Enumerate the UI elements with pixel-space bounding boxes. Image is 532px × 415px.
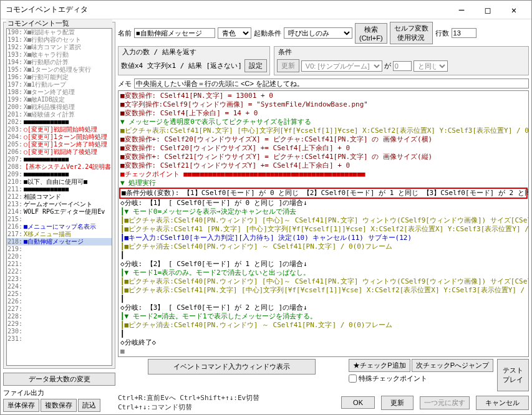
- event-list-row[interactable]: 231:: [7, 335, 112, 343]
- event-list-row[interactable]: 213:ゲームオーバーイベント: [7, 201, 112, 208]
- cond-var-select[interactable]: V0: [サンプルゲーム]コ: [301, 60, 382, 72]
- maximize-button[interactable]: □: [475, 2, 500, 18]
- event-list-row[interactable]: 212:相談コマンド: [7, 193, 112, 201]
- close-button[interactable]: ✕: [501, 2, 526, 18]
- selfvar-button[interactable]: セルフ変数 使用状況: [390, 22, 433, 44]
- event-list-row[interactable]: 227:: [7, 305, 112, 313]
- event-list-row[interactable]: 198:X■ターン終了処理: [7, 88, 112, 96]
- test-play-button[interactable]: テスト プレイ: [497, 359, 529, 391]
- event-list-row[interactable]: 200:X■戦利品獲得処理: [7, 103, 112, 111]
- event-list-row[interactable]: 210:■以下、自由に使用可■: [7, 178, 112, 186]
- code-line[interactable]: ┃■ピクチャ表示:CSelf41[PN.文字] [中心]文字列[¥f[¥csel…: [119, 286, 528, 295]
- lines-input[interactable]: [452, 28, 476, 38]
- code-line[interactable]: ■変数操作+: CSelf21[ウィンドウサイズY] = ピクチャ:CSelf4…: [119, 153, 528, 161]
- code-line[interactable]: ■変数操作+: CSelf20[ウィンドウサイズX] = ピクチャ:CSelf4…: [119, 135, 528, 144]
- event-list-row[interactable]: 224:: [7, 283, 112, 290]
- next-checkpoint-button[interactable]: 次チェックPへジャンプ: [412, 359, 493, 372]
- code-line[interactable]: ┃■キー入力:CSelf10[キー入力判定][入力待ち] 決定(10) キャンセ…: [119, 234, 528, 242]
- load-button[interactable]: 読込: [78, 399, 100, 412]
- add-checkpoint-button[interactable]: ★チェックP追加: [349, 359, 410, 372]
- event-list-row[interactable]: 203:○[変更可]戦闘開始時処理: [7, 126, 112, 133]
- event-list-row[interactable]: 228:: [7, 313, 112, 320]
- event-list-row[interactable]: 205:○[変更可]1ターン終了時処理: [7, 141, 112, 148]
- event-list-row[interactable]: 207:■■■■■■■■■■■■: [7, 156, 112, 163]
- special-checkpoint-checkbox[interactable]: [349, 374, 357, 383]
- event-list[interactable]: 190:X■戦闘キャラ配置191:X■行動内容のセット192:X■味方コマンド選…: [6, 28, 112, 366]
- code-line[interactable]: ■変数操作: CSelf4[上下余白] = 14 + 0: [119, 109, 528, 118]
- cancel-button[interactable]: キャンセル: [476, 396, 529, 410]
- event-list-row[interactable]: 197:X■1行動ループ: [7, 81, 112, 88]
- code-line[interactable]: ■チェックポイント ■■■■■■■■■■■■■■■■■■■■■■■■■■■■■■…: [119, 170, 528, 179]
- code-line[interactable]: ▼ 処理実行: [119, 179, 528, 188]
- name-input[interactable]: [134, 28, 215, 38]
- code-line[interactable]: ◇分岐: 【1】 [ CSelf0[モード] が 0 と同じ ]の場合↓: [119, 199, 528, 208]
- code-line[interactable]: ◇分岐終了◇: [119, 338, 528, 347]
- code-line[interactable]: ┃▼ モード1=表示のみ。モード2で消去しないと出っぱなし。: [119, 269, 528, 277]
- code-line[interactable]: ┃■ピクチャ表示:CSelf41 [PN.文字] [中心]文字列[¥f[¥cse…: [119, 225, 528, 234]
- event-list-row[interactable]: 201:X■経験値タイ計算: [7, 111, 112, 118]
- code-line[interactable]: ┃▼ モード2=消去。モード1で表示したメッセージを消去する。: [119, 312, 528, 321]
- event-list-row[interactable]: 191:X■行動内容のセット: [7, 36, 112, 44]
- event-list-row[interactable]: 215:: [7, 216, 112, 223]
- trigger-select[interactable]: 呼び出しのみ: [284, 27, 352, 39]
- event-list-row[interactable]: 226:: [7, 298, 112, 305]
- event-list-row[interactable]: 225:: [7, 290, 112, 298]
- save-single-button[interactable]: 単体保存: [3, 399, 39, 412]
- minimize-button[interactable]: ─: [449, 2, 474, 18]
- event-list-row[interactable]: 217:X移メニュー描画: [7, 231, 112, 238]
- code-line[interactable]: ┃▼ モード0=メッセージを表示→決定かキャンセルで消去: [119, 208, 528, 216]
- save-multi-button[interactable]: 複数保存: [41, 399, 77, 412]
- event-list-row[interactable]: 230:: [7, 328, 112, 335]
- event-list-row[interactable]: 193:X■敵キャラ行動: [7, 51, 112, 59]
- event-list-row[interactable]: 195:X■1ターンの処理を実行: [7, 66, 112, 74]
- event-list-row[interactable]: 209:■■■■■■■■■■■■: [7, 171, 112, 178]
- event-list-row[interactable]: 196:X■行動可能判定: [7, 74, 112, 81]
- data-max-button[interactable]: データ最大数の変更: [3, 373, 115, 386]
- code-area[interactable]: ■変数操作: CSelf41[PN.文字] = 13001 + 0■文字列操作:…: [118, 90, 529, 357]
- code-line[interactable]: ┃: [119, 295, 528, 303]
- event-list-row[interactable]: 202:■■■■■■■■■■■■: [7, 118, 112, 126]
- event-list-row[interactable]: 211:■■■■■■■■■■■■: [7, 186, 112, 193]
- memo-input[interactable]: [134, 79, 529, 88]
- event-list-row[interactable]: 206:○[変更可]戦闘終了後処理: [7, 148, 112, 156]
- event-list-row[interactable]: 208:【基本システムVer2.24説明書】: [7, 163, 112, 171]
- event-list-row[interactable]: 220:: [7, 253, 112, 260]
- event-list-row[interactable]: 204:○[変更可]1ターン開始時処理: [7, 133, 112, 141]
- code-line[interactable]: ◇分岐: 【3】 [ CSelf0[モード] が 2 と同じ ]の場合↓: [119, 303, 528, 312]
- update-button[interactable]: 更新: [381, 396, 414, 410]
- cond-val-input[interactable]: [393, 61, 412, 71]
- event-list-row[interactable]: 223:: [7, 275, 112, 283]
- event-list-row[interactable]: 194:X■行動順の計算: [7, 59, 112, 66]
- event-list-row[interactable]: 214:WOLF RPGエディター使用Ev: [7, 208, 112, 216]
- code-line[interactable]: ┃■ピクチャ表示:CSelf40[PN.ウィンドウ] [中心]～ CSelf41…: [119, 216, 528, 225]
- code-line[interactable]: ■変数操作: CSelf21[ウィンドウサイズY] += CSelf4[上下余白…: [119, 161, 528, 170]
- code-line[interactable]: ■条件分岐(変数): 【1】CSelf0[モード] が 0 と同じ 【2】CSe…: [119, 188, 528, 199]
- code-line[interactable]: ◇分岐: 【2】 [ CSelf0[モード] が 1 と同じ ]の場合↓: [119, 260, 528, 269]
- event-list-row[interactable]: 216:■メニューにマップ名表示: [7, 223, 112, 231]
- search-button[interactable]: 検索 (Ctrl+F): [355, 23, 387, 44]
- code-line[interactable]: ┃■ピクチャ表示:CSelf40[PN.ウィンドウ] [中心]～ CSelf41…: [119, 277, 528, 286]
- code-line[interactable]: ■ピクチャ表示:CSelf41[PN.文字] [中心]文字列[¥f[¥cself…: [119, 126, 528, 135]
- event-list-row[interactable]: 218:■自動伸縮メッセージ: [7, 238, 112, 246]
- event-list-row[interactable]: 219:: [7, 246, 112, 253]
- code-line[interactable]: ┃■ピクチャ消去:CSelf40[PN.ウィンドウ] ～ CSelf41[PN.…: [119, 321, 528, 330]
- event-list-row[interactable]: 190:X■戦闘キャラ配置: [7, 29, 112, 36]
- cond-op-select[interactable]: と同じ: [414, 60, 448, 72]
- code-line[interactable]: ┃■ピクチャ消去:CSelf40[PN.ウィンドウ] ～ CSelf41[PN.…: [119, 242, 528, 251]
- io-set-button[interactable]: 設定: [244, 59, 267, 72]
- ok-button[interactable]: OK: [341, 396, 375, 409]
- event-list-row[interactable]: 221:: [7, 260, 112, 268]
- event-list-row[interactable]: 229:: [7, 320, 112, 328]
- cmd-window-button[interactable]: イベントコマンド入力ウィンドウ表示: [148, 359, 316, 374]
- code-line[interactable]: ┃: [119, 251, 528, 260]
- code-line[interactable]: ┃: [119, 330, 528, 338]
- code-line[interactable]: ■変数操作: CSelf20[ウィンドウサイズX] += CSelf4[上下余白…: [119, 144, 528, 153]
- code-line[interactable]: ■変数操作: CSelf41[PN.文字] = 13001 + 0: [119, 92, 528, 100]
- event-list-row[interactable]: 192:X■味方コマンド選択: [7, 44, 112, 51]
- event-list-row[interactable]: 199:X■敵AIDB設定: [7, 96, 112, 103]
- code-line[interactable]: ■文字列操作:CSelf9[ウィンドウ画像] = "SystemFile/Win…: [119, 100, 528, 109]
- color-select[interactable]: 青色: [218, 27, 251, 39]
- code-line[interactable]: ■: [119, 347, 528, 356]
- event-list-row[interactable]: 222:: [7, 268, 112, 275]
- code-line[interactable]: ▼ メッセージを透明度0で表示してピクチャサイズを計算する: [119, 118, 528, 126]
